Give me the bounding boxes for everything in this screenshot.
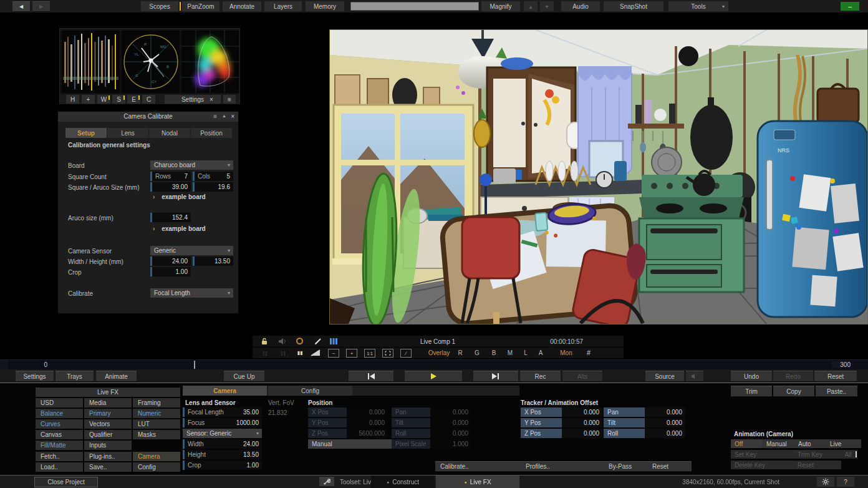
- small-down-button[interactable]: ▾: [540, 1, 554, 11]
- trays-button[interactable]: Trays: [55, 371, 94, 382]
- tracker-tilt-value[interactable]: 0.000: [645, 418, 685, 427]
- tracker-zpos-value[interactable]: 0.000: [562, 429, 602, 438]
- scope-e-button[interactable]: E: [127, 95, 140, 104]
- menu-item-masks[interactable]: Masks: [133, 430, 180, 439]
- menu-item-media[interactable]: Media: [84, 398, 132, 407]
- paste-button[interactable]: Paste..: [816, 386, 857, 397]
- channel-m-button[interactable]: M: [506, 349, 514, 356]
- dialog-collapse-icon[interactable]: ▲: [222, 114, 226, 118]
- example-board-link-1[interactable]: › example board: [153, 193, 206, 200]
- timeline-playhead[interactable]: [194, 361, 195, 369]
- menu-item-lut[interactable]: LUT: [133, 419, 180, 429]
- menu-item-numeric[interactable]: Numeric: [133, 409, 180, 418]
- tools-button[interactable]: Tools ▾: [668, 1, 728, 11]
- tracker-roll-value[interactable]: 0.000: [645, 429, 685, 438]
- square-size-field[interactable]: 39.00: [150, 182, 191, 192]
- copy-button[interactable]: Copy: [773, 386, 814, 397]
- dialog-close-icon[interactable]: ×: [231, 113, 234, 120]
- dialog-menu-icon[interactable]: ≡: [213, 113, 217, 120]
- menu-item-curves[interactable]: Curves: [36, 419, 83, 429]
- scope-h-button[interactable]: H: [66, 95, 79, 104]
- layers-button[interactable]: Layers: [264, 1, 302, 11]
- goto-end-button[interactable]: [473, 371, 518, 382]
- source-audio-button[interactable]: [686, 371, 703, 382]
- speaker-icon[interactable]: [278, 338, 287, 345]
- top-slider[interactable]: [350, 2, 479, 11]
- waveform-scope[interactable]: [62, 31, 120, 93]
- undo-button[interactable]: Undo: [731, 371, 772, 382]
- tracker-pan-value[interactable]: 0.000: [645, 407, 685, 417]
- help-button[interactable]: ?: [837, 477, 854, 487]
- mon-button[interactable]: Mon: [556, 349, 577, 356]
- menu-item-save[interactable]: Save..: [84, 462, 132, 472]
- anim-auto-button[interactable]: Auto: [794, 439, 829, 448]
- menu-item-load[interactable]: Load..: [36, 462, 83, 472]
- memory-button[interactable]: Memory: [306, 1, 344, 11]
- play-button[interactable]: [405, 371, 462, 382]
- dual-view-icon[interactable]: ▮▮: [295, 349, 305, 356]
- crop-field[interactable]: 1.00: [150, 267, 191, 276]
- example-board-link-2[interactable]: › example board: [153, 225, 206, 232]
- channel-r-button[interactable]: R: [456, 349, 464, 356]
- tab-construct[interactable]: ●Construct: [371, 476, 435, 488]
- small-up-button[interactable]: ▴: [524, 1, 538, 11]
- scope-close-button[interactable]: ×: [205, 95, 218, 104]
- grid-overlay-button[interactable]: #: [584, 349, 593, 356]
- all-keys-button[interactable]: All: [839, 450, 857, 459]
- minimize-button[interactable]: –: [841, 2, 859, 11]
- height-field[interactable]: Height13.50: [183, 450, 262, 459]
- sensor-dropdown[interactable]: Sensor: Generic▾: [183, 429, 262, 438]
- scope-c-button[interactable]: C: [142, 95, 155, 104]
- profiles-button[interactable]: Profiles..: [521, 461, 607, 472]
- tab-position[interactable]: Position: [191, 128, 232, 138]
- scopes-button[interactable]: Scopes: [141, 1, 178, 11]
- menu-item-fetch[interactable]: Fetch..: [36, 452, 83, 461]
- audio-button[interactable]: Audio: [561, 1, 600, 11]
- redo-button[interactable]: Redo: [773, 371, 813, 382]
- cache-out-icon[interactable]: [:]: [278, 349, 288, 356]
- aruco-size-field[interactable]: 152.4: [150, 213, 191, 222]
- source-button[interactable]: Source: [645, 371, 684, 382]
- channel-a-button[interactable]: A: [537, 349, 544, 356]
- annotate-pen-icon[interactable]: [314, 338, 322, 345]
- scope-plus-button[interactable]: +: [82, 95, 95, 104]
- sensor-width-field[interactable]: 24.00: [150, 256, 191, 266]
- calibrate-button[interactable]: Calibrate..: [435, 461, 523, 472]
- rows-field[interactable]: Rows7: [150, 172, 191, 181]
- menu-item-camera[interactable]: Camera: [133, 452, 180, 461]
- zoom-1to1-icon[interactable]: 1:1: [364, 349, 375, 358]
- close-project-button[interactable]: Close Project: [34, 477, 98, 487]
- channel-l-button[interactable]: L: [522, 349, 529, 356]
- toolset-wrench-button[interactable]: [319, 477, 334, 486]
- scope-menu-button[interactable]: ≡: [223, 95, 236, 104]
- settings-gear-button[interactable]: [817, 477, 834, 487]
- histogram-icon[interactable]: [329, 338, 338, 345]
- cue-up-button[interactable]: Cue Up: [224, 371, 264, 382]
- viewport[interactable]: NRS: [329, 29, 868, 325]
- tab-live-fx[interactable]: ●Live FX: [436, 476, 519, 488]
- crop-field[interactable]: Crop1.00: [183, 461, 262, 470]
- reset-button[interactable]: Reset: [814, 371, 857, 382]
- width-field[interactable]: Width24.00: [183, 439, 262, 449]
- anim-manual-button[interactable]: Manual: [763, 439, 797, 448]
- menu-item-plugins[interactable]: Plug-ins..: [84, 452, 132, 461]
- snapshot-button[interactable]: SnapShot: [604, 1, 663, 11]
- menu-item-primary[interactable]: Primary: [84, 409, 132, 418]
- delete-key-button[interactable]: Delete Key: [731, 461, 796, 469]
- set-key-button[interactable]: Set Key: [731, 450, 796, 459]
- aruco-ratio-field[interactable]: 19.6: [193, 182, 233, 192]
- channel-g-button[interactable]: G: [473, 349, 481, 356]
- focus-field[interactable]: Focus1000.00: [183, 418, 262, 427]
- animate-button[interactable]: Animate: [96, 371, 137, 382]
- menu-item-vectors[interactable]: Vectors: [84, 419, 132, 429]
- menu-item-qualifier[interactable]: Qualifier: [84, 430, 132, 439]
- tab-camera[interactable]: Camera: [183, 386, 267, 396]
- tab-setup[interactable]: Setup: [65, 128, 107, 138]
- sensor-height-field[interactable]: 13.50: [193, 256, 233, 266]
- lock-icon[interactable]: [261, 338, 268, 345]
- channel-b-button[interactable]: B: [490, 349, 498, 356]
- calibrate-mode-dropdown[interactable]: Focal Length▾: [150, 288, 233, 298]
- cols-field[interactable]: Cols5: [193, 172, 233, 181]
- focal-length-field[interactable]: Focal Length35.00: [183, 407, 262, 417]
- zoom-out-icon[interactable]: −: [328, 349, 339, 358]
